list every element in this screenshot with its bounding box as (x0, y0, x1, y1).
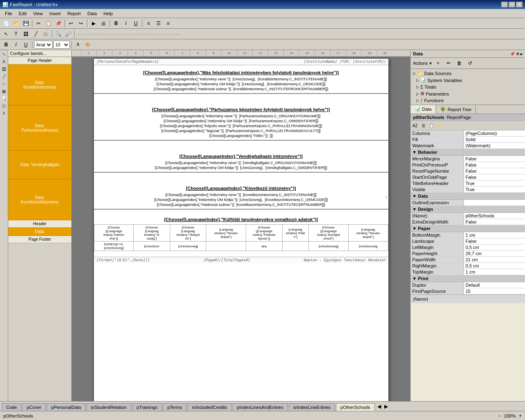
undo-button[interactable]: ↩ (66, 19, 75, 28)
font-italic[interactable]: I (11, 40, 21, 49)
prop-bottomm-value[interactable]: 1 cm (464, 232, 525, 238)
menu-data[interactable]: Data (84, 10, 100, 17)
tab-srindexlineentries[interactable]: srIndexLineEntries (289, 403, 335, 411)
zoom-in-button[interactable]: 🔍 (54, 30, 63, 39)
picture-button[interactable]: 🖼 (21, 30, 30, 39)
align-center-button[interactable]: ☰ (154, 19, 163, 28)
panel-pin-icon[interactable]: 📌 (510, 52, 515, 56)
tree-parameters[interactable]: ▷ ⚙ Parameters (413, 90, 523, 97)
tab-potherschools[interactable]: pOtherSchools (336, 403, 375, 411)
prop-topm-value[interactable]: 1 cm (464, 269, 525, 275)
refresh-datasource-btn[interactable]: ↺ (466, 59, 475, 68)
tree-functions[interactable]: ▷ ƒ Functions (413, 97, 523, 104)
print-button[interactable]: 🖨 (99, 19, 108, 28)
tab-data[interactable]: 📊 Data (411, 105, 436, 114)
maximize-button[interactable]: □ (509, 2, 515, 7)
prop-leftm-value[interactable]: 0,5 cm (464, 244, 525, 250)
chart-icon[interactable]: 📊 (1, 95, 7, 102)
copy-button[interactable]: 📋 (44, 19, 53, 28)
italic-button[interactable]: I (121, 19, 130, 28)
pointer-icon[interactable]: ↖ (1, 51, 7, 57)
tree-totals[interactable]: ▷ Σ Totals (413, 84, 523, 90)
window-controls[interactable]: ─ □ ✕ (501, 2, 523, 7)
prop-fill-value[interactable]: Solid (464, 137, 525, 142)
panel-menu-icon[interactable]: ▸ (520, 52, 523, 56)
paper-section-toggle[interactable]: ▼ (412, 226, 418, 231)
tree-datasources[interactable]: ▷ 📁 Data Sources (413, 70, 523, 77)
align-left-button[interactable]: ≡ (144, 19, 153, 28)
behavior-section-toggle[interactable]: ▼ (412, 150, 418, 155)
menu-help[interactable]: Help (100, 10, 116, 17)
new-datasource-btn[interactable]: + (434, 59, 443, 68)
tab-pterms[interactable]: pTerms (163, 403, 187, 411)
prop-extradesign-value[interactable]: False (464, 219, 525, 225)
text-button[interactable]: T (11, 30, 21, 39)
select-button[interactable]: ↖ (2, 30, 11, 39)
line-button[interactable]: ╱ (31, 30, 40, 39)
preview-button[interactable]: ▶ (89, 19, 98, 28)
tab-srstudentrelation[interactable]: srStudentRelation (87, 403, 131, 411)
design-section-toggle[interactable]: ▼ (412, 207, 418, 212)
font-size-select[interactable]: 10 (53, 41, 70, 49)
paste-button[interactable]: 📌 (54, 19, 63, 28)
barcode-icon[interactable]: ▦ (1, 88, 7, 94)
underline-button[interactable]: U (131, 19, 140, 28)
prop-paperh-value[interactable]: 29,7 cm (464, 251, 525, 256)
prop-columns-value[interactable]: (PageColumns) (464, 130, 525, 136)
prop-paperw-value[interactable]: 21 cm (464, 257, 525, 262)
props-sort-alpha-btn[interactable]: AZ (411, 122, 419, 129)
actions-dropdown-icon[interactable]: ▾ (429, 61, 432, 66)
menu-report[interactable]: Report (64, 10, 84, 17)
minimize-button[interactable]: ─ (501, 2, 508, 7)
text-tool-icon[interactable]: A (1, 58, 7, 65)
prop-landscape-value[interactable]: False (464, 238, 525, 244)
prop-rightm-value[interactable]: 0,5 cm (464, 263, 525, 269)
line-tool-icon[interactable]: ╱ (1, 73, 7, 80)
prop-watermark-value[interactable]: (Watermark) (464, 143, 525, 148)
prop-startodd-value[interactable]: False (464, 174, 525, 180)
props-extra1-btn[interactable]: 📋 (428, 122, 435, 129)
prop-resetpage-value[interactable]: False (464, 168, 525, 174)
data-section-toggle[interactable]: ▼ (412, 194, 418, 199)
tabs-scroll-right[interactable]: ▶ (383, 404, 390, 409)
cut-button[interactable]: ✂ (34, 19, 43, 28)
delete-datasource-btn[interactable]: 🗑 (455, 59, 464, 68)
font-underline[interactable]: U (21, 40, 30, 49)
prop-mirrorm-value[interactable]: False (464, 156, 525, 162)
props-extra2-btn[interactable]: ⚡ (436, 122, 443, 129)
props-sort-cat-btn[interactable]: ☰ (420, 122, 427, 129)
prop-name-design-value[interactable]: p0therSchools (464, 213, 525, 219)
text-color-button[interactable]: A (73, 40, 82, 49)
open-button[interactable]: 📂 (11, 19, 21, 28)
menu-view[interactable]: View (30, 10, 46, 17)
menu-edit[interactable]: Edit (16, 10, 30, 17)
check-icon[interactable]: ☑ (1, 103, 7, 109)
panel-close-icon[interactable]: ✕ (516, 52, 519, 56)
picture-tool-icon[interactable]: 🖼 (1, 66, 7, 72)
configure-bands-btn[interactable]: Configure bands... (8, 50, 71, 57)
menu-insert[interactable]: Insert (46, 10, 64, 17)
rect-tool-icon[interactable]: □ (1, 80, 7, 87)
zoom-out-button[interactable]: 🔎 (64, 30, 73, 39)
tab-ptrainings[interactable]: pTrainings (132, 403, 162, 411)
prop-prevp-value[interactable]: False (464, 162, 525, 168)
canvas-scroll[interactable]: [PersonalDataForPageHeaders] [InstituteN… (72, 57, 410, 401)
tab-report-tree[interactable]: 🌳 Report Tree (436, 105, 476, 114)
prop-firstpage-value[interactable]: 15 (464, 288, 525, 294)
save-button[interactable]: 💾 (21, 19, 30, 28)
prop-titlebefore-value[interactable]: True (464, 180, 525, 186)
bold-button[interactable]: B (112, 19, 121, 28)
tab-pcover[interactable]: pCover (22, 403, 46, 411)
tab-code[interactable]: Code (2, 403, 21, 411)
font-bold[interactable]: B (2, 40, 11, 49)
bg-color-button[interactable]: 🎨 (83, 40, 92, 49)
tab-pindexlinesandentries[interactable]: pIndexLinesAndEntries (233, 403, 288, 411)
tab-srincludedcredits[interactable]: srIncludedCredits (187, 403, 232, 411)
menu-file[interactable]: File (2, 10, 16, 17)
redo-button[interactable]: ↪ (76, 19, 85, 28)
rect-button[interactable]: □ (41, 30, 50, 39)
number-icon[interactable]: # (1, 110, 7, 116)
font-family-select[interactable]: Arial (34, 41, 52, 49)
tab-ppersonaldata[interactable]: pPersonalData (47, 403, 86, 411)
close-button[interactable]: ✕ (516, 2, 523, 7)
